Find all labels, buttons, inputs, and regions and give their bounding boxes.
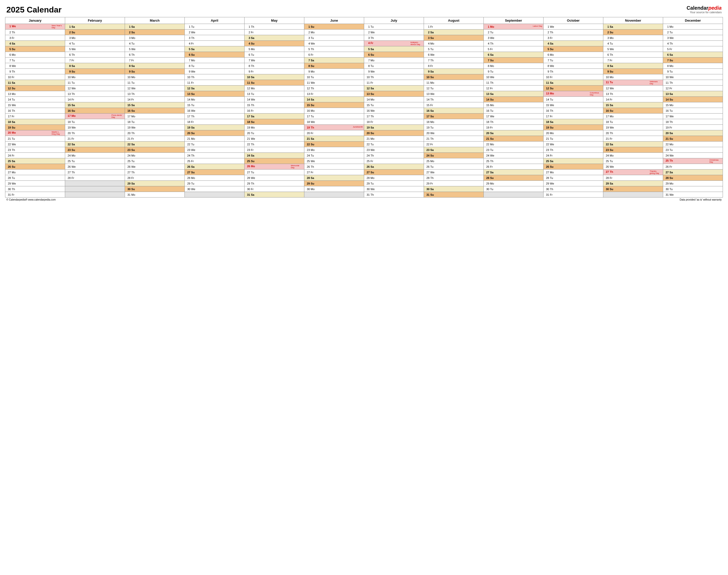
day-cell: 29Tu [364, 181, 424, 186]
day-cell: 30Tu [663, 186, 723, 192]
day-cell: 14Tu [544, 97, 603, 102]
day-cell: 3Th [364, 35, 424, 41]
day-cell: 9We [364, 69, 424, 74]
day-cell: 10Th [364, 74, 424, 80]
day-cell: 15Fr [424, 102, 484, 108]
day-cell: 11TuVeterans Day [603, 80, 663, 86]
day-cell: 30Su [125, 186, 185, 192]
day-cell: 25Su [245, 158, 304, 164]
day-cell: 4Sa [544, 41, 603, 46]
day-cell: 21We [245, 136, 304, 141]
day-cell: 22Sa [125, 141, 185, 147]
day-cell: 20Sa [663, 130, 723, 136]
day-cell: 2Th [5, 30, 65, 35]
day-cell: 20MoMartin L. King Day [5, 130, 65, 136]
day-cell: 9We [185, 69, 245, 74]
day-cell: 10Fr [5, 74, 65, 80]
day-cell: 19Mo [245, 125, 304, 130]
day-cell: 9Fr [245, 69, 304, 74]
day-cell: 5Sa [185, 46, 245, 52]
day-cell: 4Tu [65, 41, 125, 46]
day-cell: 12Fr [484, 86, 544, 91]
day-cell: 8Sa [65, 63, 125, 69]
day-cell: 28Mo [185, 175, 245, 181]
day-cell: 22We [544, 141, 603, 147]
day-cell: 31Su [424, 192, 484, 198]
day-cell: 4Su [245, 41, 304, 46]
month-header: August [424, 17, 484, 24]
day-cell: 5We [603, 46, 663, 52]
day-cell: 16Su [65, 108, 125, 113]
day-cell: 27Su [185, 170, 245, 175]
day-cell: 31Fr [5, 192, 65, 198]
day-cell: 6Mo [544, 52, 603, 58]
day-cell: 8Th [245, 63, 304, 69]
day-cell: 23Sa [424, 147, 484, 153]
day-cell: 19We [603, 125, 663, 130]
day-cell: 22Tu [364, 141, 424, 147]
day-cell: 13Th [125, 91, 185, 97]
day-cell: 29Sa [125, 181, 185, 186]
day-cell: 20Th [125, 130, 185, 136]
day-cell: 3Su [424, 35, 484, 41]
day-cell: 14Mo [185, 97, 245, 102]
day-cell: 6Th [125, 52, 185, 58]
day-cell: 26MoMemorial Day [245, 164, 304, 170]
day-cell: 17Su [424, 113, 484, 119]
day-cell: 25Fr [364, 158, 424, 164]
day-cell: 19Sa [185, 125, 245, 130]
day-cell: 8Sa [125, 63, 185, 69]
day-cell: 26Th [304, 164, 364, 170]
day-cell: 21Fr [603, 136, 663, 141]
day-cell: 3We [663, 35, 723, 41]
day-cell: 11Mo [424, 80, 484, 86]
day-cell: 6Tu [245, 52, 304, 58]
day-cell: 19Fr [484, 125, 544, 130]
day-cell: 6Th [65, 52, 125, 58]
day-cell: 8Fr [424, 63, 484, 69]
day-cell: 2Th [544, 30, 603, 35]
day-cell: 4Tu [125, 41, 185, 46]
day-cell: 8Tu [185, 63, 245, 69]
day-cell: 22Sa [65, 141, 125, 147]
day-cell: 31Fr [544, 192, 603, 198]
day-cell: 12Su [544, 86, 603, 91]
day-cell: 27Th [65, 170, 125, 175]
day-cell: 10Mo [125, 74, 185, 80]
day-cell: 7Su [663, 58, 723, 63]
day-cell: 21Mo [185, 136, 245, 141]
day-cell: 13Fr [304, 91, 364, 97]
day-cell: 2Su [125, 30, 185, 35]
day-cell: 30We [364, 186, 424, 192]
footer: © Calendarpedia® www.calendarpedia.com D… [5, 198, 723, 201]
day-cell: 10Tu [304, 74, 364, 80]
day-cell: 6Fr [304, 52, 364, 58]
day-cell: 14Fr [65, 97, 125, 102]
day-cell [65, 181, 125, 186]
day-cell: 9Su [125, 69, 185, 74]
day-cell: 8Mo [484, 63, 544, 69]
brand-tagline: Your source for calendars [687, 11, 722, 14]
day-cell: 5Fr [484, 46, 544, 52]
day-cell: 5Fr [663, 46, 723, 52]
day-cell: 30Mo [304, 186, 364, 192]
day-cell: 21Th [424, 136, 484, 141]
day-cell: 16Fr [245, 108, 304, 113]
day-cell: 9Th [544, 69, 603, 74]
day-cell: 8Sa [603, 63, 663, 69]
day-cell: 18Sa [5, 119, 65, 125]
day-cell: 11Sa [544, 80, 603, 86]
day-cell: 7Mo [185, 58, 245, 63]
day-cell: 3Mo [603, 35, 663, 41]
day-cell: 29Fr [424, 181, 484, 186]
month-header: March [125, 17, 185, 24]
day-cell: 15Th [245, 102, 304, 108]
day-cell: 16Th [5, 108, 65, 113]
day-cell: 15Su [304, 102, 364, 108]
day-cell: 22Sa [603, 141, 663, 147]
day-cell: 24Sa [245, 153, 304, 158]
day-cell: 12Fr [663, 86, 723, 91]
day-cell: 21Tu [5, 136, 65, 141]
day-cell: 21Mo [364, 136, 424, 141]
day-cell: 16We [185, 108, 245, 113]
